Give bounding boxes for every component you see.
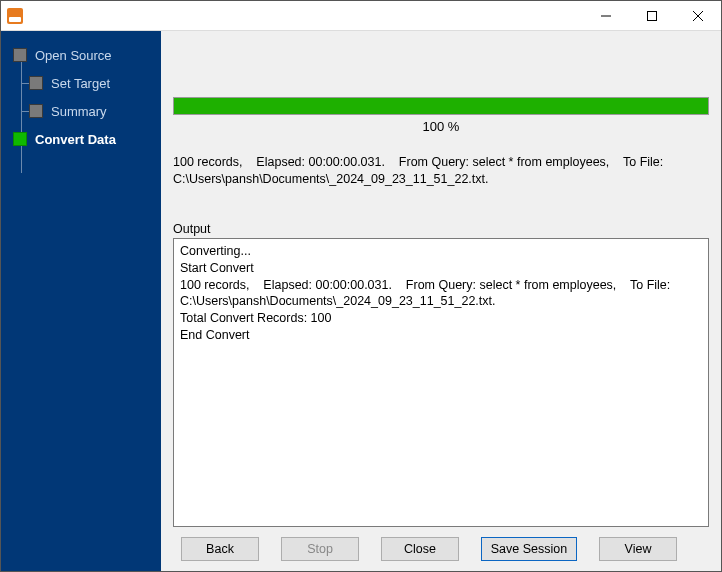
progress-bar [173, 97, 709, 115]
step-label: Set Target [51, 76, 110, 91]
progress-percent: 100 % [173, 119, 709, 134]
svg-rect-1 [648, 11, 657, 20]
step-set-target[interactable]: Set Target [1, 69, 161, 97]
output-textarea[interactable]: Converting... Start Convert 100 records,… [173, 238, 709, 527]
step-summary[interactable]: Summary [1, 97, 161, 125]
save-session-button[interactable]: Save Session [481, 537, 577, 561]
minimize-button[interactable] [583, 1, 629, 31]
step-convert-data[interactable]: Convert Data [1, 125, 161, 153]
maximize-button[interactable] [629, 1, 675, 31]
step-open-source[interactable]: Open Source [1, 41, 161, 69]
step-label: Summary [51, 104, 107, 119]
step-status-icon [29, 104, 43, 118]
step-label: Convert Data [35, 132, 116, 147]
main-panel: 100 % 100 records, Elapsed: 00:00:00.031… [161, 31, 721, 571]
titlebar [1, 1, 721, 31]
wizard-sidebar: Open Source Set Target Summary Convert D… [1, 31, 161, 571]
step-status-icon [13, 48, 27, 62]
close-window-button[interactable] [675, 1, 721, 31]
output-label: Output [173, 222, 709, 236]
step-status-icon [29, 76, 43, 90]
button-row: Back Stop Close Save Session View [173, 527, 709, 561]
stop-button: Stop [281, 537, 359, 561]
step-status-icon [13, 132, 27, 146]
view-button[interactable]: View [599, 537, 677, 561]
app-icon [7, 8, 23, 24]
back-button[interactable]: Back [181, 537, 259, 561]
close-button[interactable]: Close [381, 537, 459, 561]
summary-text: 100 records, Elapsed: 00:00:00.031. From… [173, 154, 709, 188]
step-label: Open Source [35, 48, 112, 63]
